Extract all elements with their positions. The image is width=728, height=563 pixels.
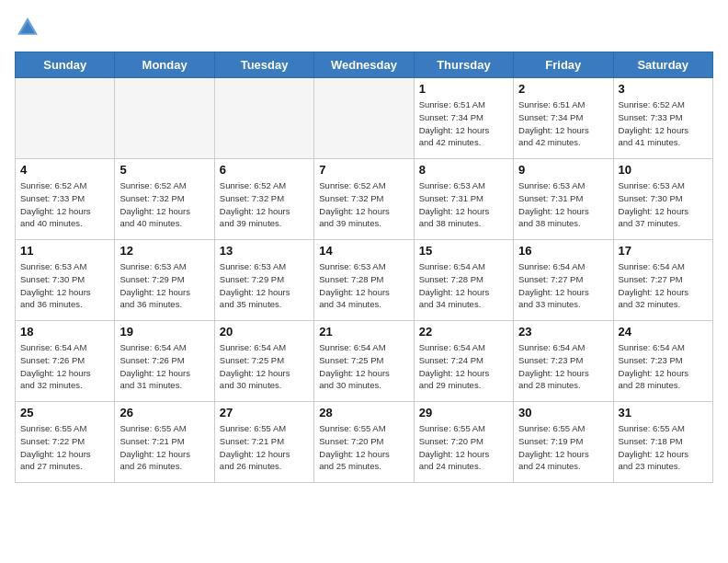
week-row-4: 18Sunrise: 6:54 AM Sunset: 7:26 PM Dayli… (16, 321, 713, 402)
day-number: 3 (619, 82, 708, 96)
day-number: 28 (319, 406, 408, 419)
day-number: 8 (419, 163, 508, 177)
day-number: 25 (20, 406, 109, 419)
empty-cell (115, 78, 214, 159)
day-number: 31 (619, 406, 708, 419)
col-header-sunday: Sunday (16, 52, 115, 78)
day-cell-14: 14Sunrise: 6:53 AM Sunset: 7:28 PM Dayli… (314, 240, 414, 321)
day-cell-15: 15Sunrise: 6:54 AM Sunset: 7:28 PM Dayli… (414, 240, 513, 321)
day-number: 15 (419, 244, 508, 258)
logo-icon (15, 15, 40, 40)
day-number: 16 (518, 244, 608, 258)
day-number: 22 (419, 325, 508, 339)
day-info: Sunrise: 6:54 AM Sunset: 7:24 PM Dayligh… (419, 341, 508, 392)
day-info: Sunrise: 6:54 AM Sunset: 7:26 PM Dayligh… (119, 341, 209, 392)
day-info: Sunrise: 6:54 AM Sunset: 7:25 PM Dayligh… (220, 341, 309, 392)
day-cell-9: 9Sunrise: 6:53 AM Sunset: 7:31 PM Daylig… (514, 159, 613, 240)
day-number: 12 (119, 244, 209, 258)
day-number: 19 (119, 325, 209, 339)
day-number: 21 (319, 325, 408, 339)
day-info: Sunrise: 6:55 AM Sunset: 7:21 PM Dayligh… (220, 422, 309, 473)
day-cell-23: 23Sunrise: 6:54 AM Sunset: 7:23 PM Dayli… (514, 321, 613, 402)
col-header-thursday: Thursday (414, 52, 513, 78)
day-cell-7: 7Sunrise: 6:52 AM Sunset: 7:32 PM Daylig… (314, 159, 414, 240)
day-info: Sunrise: 6:53 AM Sunset: 7:29 PM Dayligh… (119, 260, 209, 311)
day-info: Sunrise: 6:54 AM Sunset: 7:27 PM Dayligh… (619, 260, 708, 311)
day-cell-20: 20Sunrise: 6:54 AM Sunset: 7:25 PM Dayli… (214, 321, 313, 402)
page-header (15, 15, 713, 40)
day-cell-16: 16Sunrise: 6:54 AM Sunset: 7:27 PM Dayli… (514, 240, 613, 321)
day-cell-8: 8Sunrise: 6:53 AM Sunset: 7:31 PM Daylig… (414, 159, 513, 240)
day-number: 10 (619, 163, 708, 177)
day-cell-22: 22Sunrise: 6:54 AM Sunset: 7:24 PM Dayli… (414, 321, 513, 402)
calendar-table: SundayMondayTuesdayWednesdayThursdayFrid… (15, 52, 713, 483)
day-info: Sunrise: 6:51 AM Sunset: 7:34 PM Dayligh… (419, 98, 508, 149)
empty-cell (16, 78, 115, 159)
day-cell-21: 21Sunrise: 6:54 AM Sunset: 7:25 PM Dayli… (314, 321, 414, 402)
day-number: 11 (20, 244, 109, 258)
day-cell-10: 10Sunrise: 6:53 AM Sunset: 7:30 PM Dayli… (613, 159, 712, 240)
day-number: 6 (220, 163, 309, 177)
day-cell-3: 3Sunrise: 6:52 AM Sunset: 7:33 PM Daylig… (613, 78, 712, 159)
day-number: 5 (119, 163, 209, 177)
day-number: 30 (518, 406, 608, 419)
day-number: 17 (619, 244, 708, 258)
logo (15, 15, 44, 40)
day-cell-25: 25Sunrise: 6:55 AM Sunset: 7:22 PM Dayli… (16, 402, 115, 483)
day-number: 1 (419, 82, 508, 96)
col-header-saturday: Saturday (613, 52, 712, 78)
col-header-wednesday: Wednesday (314, 52, 414, 78)
day-cell-5: 5Sunrise: 6:52 AM Sunset: 7:32 PM Daylig… (115, 159, 214, 240)
day-number: 14 (319, 244, 408, 258)
day-cell-27: 27Sunrise: 6:55 AM Sunset: 7:21 PM Dayli… (214, 402, 313, 483)
day-cell-13: 13Sunrise: 6:53 AM Sunset: 7:29 PM Dayli… (214, 240, 313, 321)
day-cell-29: 29Sunrise: 6:55 AM Sunset: 7:20 PM Dayli… (414, 402, 513, 483)
week-row-1: 1Sunrise: 6:51 AM Sunset: 7:34 PM Daylig… (16, 78, 713, 159)
day-info: Sunrise: 6:52 AM Sunset: 7:32 PM Dayligh… (319, 179, 408, 230)
day-number: 24 (619, 325, 708, 339)
day-cell-18: 18Sunrise: 6:54 AM Sunset: 7:26 PM Dayli… (16, 321, 115, 402)
day-info: Sunrise: 6:53 AM Sunset: 7:31 PM Dayligh… (419, 179, 508, 230)
day-info: Sunrise: 6:54 AM Sunset: 7:26 PM Dayligh… (20, 341, 109, 392)
day-cell-19: 19Sunrise: 6:54 AM Sunset: 7:26 PM Dayli… (115, 321, 214, 402)
day-info: Sunrise: 6:52 AM Sunset: 7:33 PM Dayligh… (619, 98, 708, 149)
day-number: 18 (20, 325, 109, 339)
day-cell-4: 4Sunrise: 6:52 AM Sunset: 7:33 PM Daylig… (16, 159, 115, 240)
day-info: Sunrise: 6:52 AM Sunset: 7:33 PM Dayligh… (20, 179, 109, 230)
empty-cell (214, 78, 313, 159)
day-info: Sunrise: 6:54 AM Sunset: 7:28 PM Dayligh… (419, 260, 508, 311)
empty-cell (314, 78, 414, 159)
day-number: 7 (319, 163, 408, 177)
day-cell-12: 12Sunrise: 6:53 AM Sunset: 7:29 PM Dayli… (115, 240, 214, 321)
col-header-monday: Monday (115, 52, 214, 78)
week-row-5: 25Sunrise: 6:55 AM Sunset: 7:22 PM Dayli… (16, 402, 713, 483)
day-info: Sunrise: 6:55 AM Sunset: 7:19 PM Dayligh… (518, 422, 608, 473)
day-number: 20 (220, 325, 309, 339)
day-info: Sunrise: 6:53 AM Sunset: 7:30 PM Dayligh… (619, 179, 708, 230)
day-info: Sunrise: 6:53 AM Sunset: 7:30 PM Dayligh… (20, 260, 109, 311)
day-info: Sunrise: 6:53 AM Sunset: 7:28 PM Dayligh… (319, 260, 408, 311)
week-row-2: 4Sunrise: 6:52 AM Sunset: 7:33 PM Daylig… (16, 159, 713, 240)
col-header-tuesday: Tuesday (214, 52, 313, 78)
day-number: 27 (220, 406, 309, 419)
day-info: Sunrise: 6:54 AM Sunset: 7:23 PM Dayligh… (518, 341, 608, 392)
day-info: Sunrise: 6:55 AM Sunset: 7:21 PM Dayligh… (119, 422, 209, 473)
day-info: Sunrise: 6:55 AM Sunset: 7:22 PM Dayligh… (20, 422, 109, 473)
day-number: 4 (20, 163, 109, 177)
day-cell-2: 2Sunrise: 6:51 AM Sunset: 7:34 PM Daylig… (514, 78, 613, 159)
day-number: 9 (518, 163, 608, 177)
day-number: 29 (419, 406, 508, 419)
day-info: Sunrise: 6:53 AM Sunset: 7:31 PM Dayligh… (518, 179, 608, 230)
day-info: Sunrise: 6:55 AM Sunset: 7:18 PM Dayligh… (619, 422, 708, 473)
day-number: 23 (518, 325, 608, 339)
day-cell-30: 30Sunrise: 6:55 AM Sunset: 7:19 PM Dayli… (514, 402, 613, 483)
day-cell-1: 1Sunrise: 6:51 AM Sunset: 7:34 PM Daylig… (414, 78, 513, 159)
day-cell-6: 6Sunrise: 6:52 AM Sunset: 7:32 PM Daylig… (214, 159, 313, 240)
day-info: Sunrise: 6:54 AM Sunset: 7:23 PM Dayligh… (619, 341, 708, 392)
day-cell-24: 24Sunrise: 6:54 AM Sunset: 7:23 PM Dayli… (613, 321, 712, 402)
day-cell-31: 31Sunrise: 6:55 AM Sunset: 7:18 PM Dayli… (613, 402, 712, 483)
day-info: Sunrise: 6:54 AM Sunset: 7:25 PM Dayligh… (319, 341, 408, 392)
day-cell-11: 11Sunrise: 6:53 AM Sunset: 7:30 PM Dayli… (16, 240, 115, 321)
week-row-3: 11Sunrise: 6:53 AM Sunset: 7:30 PM Dayli… (16, 240, 713, 321)
day-number: 26 (119, 406, 209, 419)
